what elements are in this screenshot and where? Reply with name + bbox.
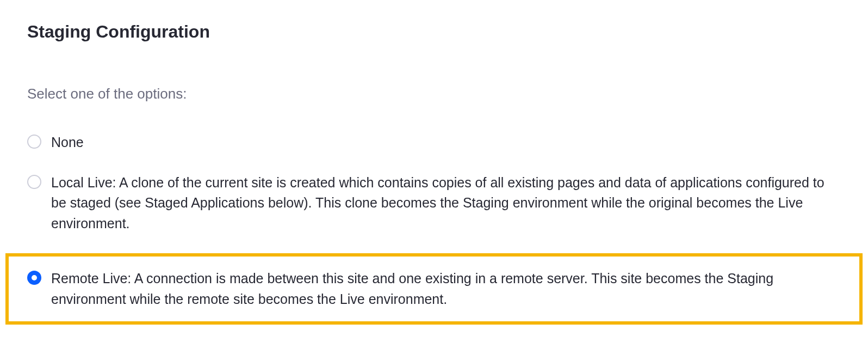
- radio-input-none[interactable]: [27, 135, 41, 149]
- radio-label-remote-live: Remote Live: A connection is made betwee…: [51, 268, 841, 309]
- radio-option-remote-live[interactable]: Remote Live: A connection is made betwee…: [5, 253, 863, 325]
- radio-label-none: None: [51, 132, 84, 153]
- instruction-text: Select one of the options:: [27, 86, 841, 102]
- page-title: Staging Configuration: [27, 22, 841, 42]
- radio-input-local-live[interactable]: [27, 175, 41, 189]
- staging-radio-group: None Local Live: A clone of the current …: [27, 132, 841, 325]
- radio-input-remote-live[interactable]: [27, 271, 41, 285]
- radio-label-local-live: Local Live: A clone of the current site …: [51, 173, 841, 234]
- radio-option-local-live[interactable]: Local Live: A clone of the current site …: [27, 173, 841, 234]
- radio-option-none[interactable]: None: [27, 132, 841, 153]
